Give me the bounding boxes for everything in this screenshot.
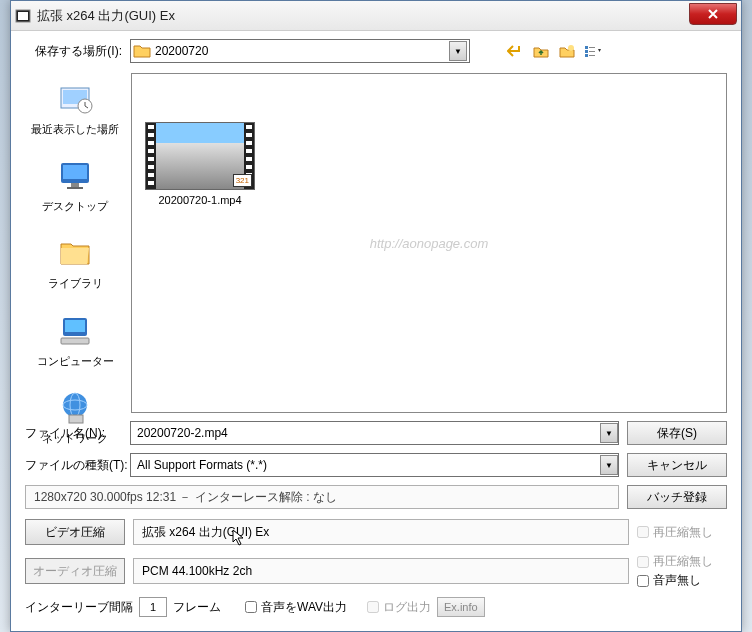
libraries-icon xyxy=(54,231,96,273)
dialog-window: 拡張 x264 出力(GUI) Ex 保存する場所(I): 20200720 ▼ xyxy=(10,0,742,632)
interleave-input[interactable] xyxy=(139,597,167,617)
thumbnail-badge: 321 xyxy=(233,174,252,187)
svg-rect-13 xyxy=(63,165,87,179)
audio-compress-row: オーディオ圧縮 PCM 44.100kHz 2ch 再圧縮無し 音声無し xyxy=(25,553,727,589)
info-row: 1280x720 30.000fps 12:31 － インターレース解除 : な… xyxy=(25,485,727,509)
svg-rect-22 xyxy=(69,415,83,423)
computer-icon xyxy=(54,309,96,351)
chevron-down-icon[interactable]: ▼ xyxy=(449,41,467,61)
svg-rect-18 xyxy=(61,338,89,344)
save-button[interactable]: 保存(S) xyxy=(627,421,727,445)
sidebar-label: コンピューター xyxy=(25,355,125,368)
svg-rect-6 xyxy=(589,47,595,48)
filename-label: ファイル名(N): xyxy=(25,425,130,442)
titlebar: 拡張 x264 出力(GUI) Ex xyxy=(11,1,741,31)
sidebar-item-libraries[interactable]: ライブラリ xyxy=(25,231,125,290)
chevron-down-icon[interactable]: ▼ xyxy=(600,455,618,475)
log-output-checkbox: ログ出力 xyxy=(367,599,431,616)
batch-register-button[interactable]: バッチ登録 xyxy=(627,485,727,509)
network-icon xyxy=(54,386,96,428)
watermark-text: http://aonopage.com xyxy=(370,236,489,251)
exinfo-button[interactable]: Ex.info xyxy=(437,597,485,617)
svg-point-2 xyxy=(568,45,574,51)
filetype-row: ファイルの種類(T): ▼ キャンセル xyxy=(25,453,727,477)
filename-row: ファイル名(N): ▼ 保存(S) xyxy=(25,421,727,445)
location-value: 20200720 xyxy=(155,44,449,58)
desktop-icon xyxy=(54,154,96,196)
video-compress-row: ビデオ圧縮 拡張 x264 出力(GUI) Ex 再圧縮無し xyxy=(25,519,727,545)
main-area: 最近表示した場所 デスクトップ ライブラリ コンピューター ネットワーク xyxy=(25,73,727,413)
audio-recompress-checkbox: 再圧縮無し xyxy=(637,553,727,570)
svg-rect-3 xyxy=(585,46,588,49)
file-name: 20200720-1.mp4 xyxy=(140,194,260,206)
no-audio-checkbox[interactable]: 音声無し xyxy=(637,572,727,589)
content-area: 保存する場所(I): 20200720 ▼ 最近表示した場所 xyxy=(11,31,741,625)
toolbar-icons xyxy=(506,42,602,60)
sidebar-item-computer[interactable]: コンピューター xyxy=(25,309,125,368)
svg-rect-14 xyxy=(71,183,79,187)
wav-output-checkbox[interactable]: 音声をWAV出力 xyxy=(245,599,347,616)
video-info-text: 1280x720 30.000fps 12:31 － インターレース解除 : な… xyxy=(25,485,619,509)
cancel-button[interactable]: キャンセル xyxy=(627,453,727,477)
file-item[interactable]: 321 20200720-1.mp4 xyxy=(140,122,260,206)
file-browser[interactable]: 321 20200720-1.mp4 http://aonopage.com xyxy=(131,73,727,413)
sidebar-label: 最近表示した場所 xyxy=(25,123,125,136)
places-sidebar: 最近表示した場所 デスクトップ ライブラリ コンピューター ネットワーク xyxy=(25,73,125,413)
svg-rect-1 xyxy=(18,12,28,20)
folder-icon xyxy=(133,43,151,59)
up-folder-icon[interactable] xyxy=(532,42,550,60)
sidebar-label: デスクトップ xyxy=(25,200,125,213)
sidebar-item-recent[interactable]: 最近表示した場所 xyxy=(25,77,125,136)
svg-rect-8 xyxy=(589,55,595,56)
svg-rect-15 xyxy=(67,187,83,189)
close-button[interactable] xyxy=(689,3,737,25)
bottom-section: ファイル名(N): ▼ 保存(S) ファイルの種類(T): ▼ キャンセル 12… xyxy=(25,421,727,617)
filename-input[interactable] xyxy=(131,426,600,440)
svg-rect-7 xyxy=(589,51,595,52)
sidebar-item-desktop[interactable]: デスクトップ xyxy=(25,154,125,213)
svg-rect-17 xyxy=(65,320,85,332)
app-icon xyxy=(15,8,31,24)
recent-places-icon xyxy=(54,77,96,119)
video-recompress-checkbox: 再圧縮無し xyxy=(637,524,727,541)
view-menu-icon[interactable] xyxy=(584,42,602,60)
frame-unit-label: フレーム xyxy=(173,599,221,616)
video-compress-value: 拡張 x264 出力(GUI) Ex xyxy=(133,519,629,545)
filetype-combo[interactable]: ▼ xyxy=(130,453,619,477)
video-compress-button[interactable]: ビデオ圧縮 xyxy=(25,519,125,545)
filename-combo[interactable]: ▼ xyxy=(130,421,619,445)
window-title: 拡張 x264 出力(GUI) Ex xyxy=(37,7,175,25)
filetype-input[interactable] xyxy=(131,458,600,472)
save-location-row: 保存する場所(I): 20200720 ▼ xyxy=(25,39,727,63)
filetype-label: ファイルの種類(T): xyxy=(25,457,130,474)
footer-row: インターリーブ間隔 フレーム 音声をWAV出力 ログ出力 Ex.info xyxy=(25,597,727,617)
video-thumbnail: 321 xyxy=(145,122,255,190)
new-folder-icon[interactable] xyxy=(558,42,576,60)
audio-compress-value: PCM 44.100kHz 2ch xyxy=(133,558,629,584)
svg-rect-4 xyxy=(585,50,588,53)
back-icon[interactable] xyxy=(506,42,524,60)
svg-rect-5 xyxy=(585,54,588,57)
chevron-down-icon[interactable]: ▼ xyxy=(600,423,618,443)
save-location-label: 保存する場所(I): xyxy=(25,43,130,60)
audio-compress-button: オーディオ圧縮 xyxy=(25,558,125,584)
interleave-label: インターリーブ間隔 xyxy=(25,599,133,616)
location-dropdown[interactable]: 20200720 ▼ xyxy=(130,39,470,63)
svg-point-19 xyxy=(63,393,87,417)
sidebar-label: ライブラリ xyxy=(25,277,125,290)
